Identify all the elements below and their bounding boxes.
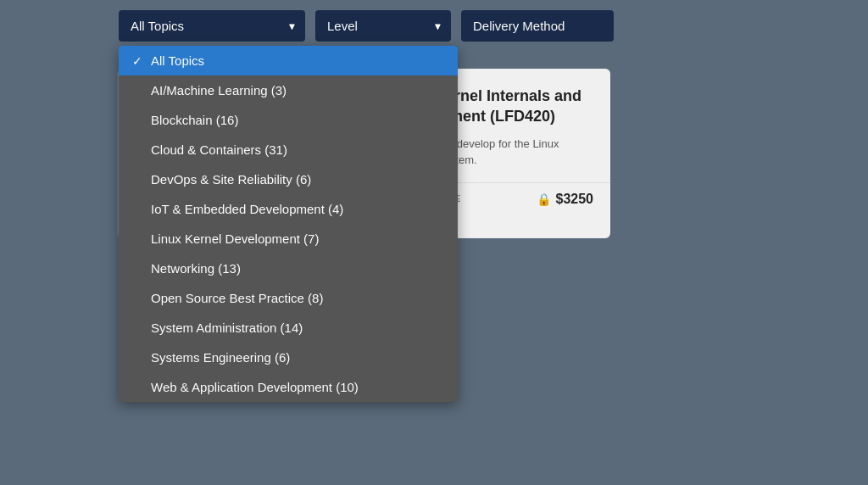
dropdown-item-label-3: Cloud & Containers (31) bbox=[151, 142, 287, 157]
dropdown-item-8[interactable]: Open Source Best Practice (8) bbox=[119, 283, 458, 313]
filter-bar: All Topics ▼ Level ▼ Delivery Method bbox=[0, 0, 868, 52]
level-label: Level bbox=[327, 19, 358, 33]
lock-icon: 🔒 bbox=[537, 192, 551, 206]
topics-chevron-icon: ▼ bbox=[287, 21, 297, 31]
dropdown-item-2[interactable]: Blockchain (16) bbox=[119, 105, 458, 135]
level-select[interactable]: Level ▼ bbox=[315, 10, 451, 42]
delivery-method-button[interactable]: Delivery Method bbox=[461, 10, 614, 42]
dropdown-item-3[interactable]: Cloud & Containers (31) bbox=[119, 135, 458, 164]
topics-select-wrapper[interactable]: All Topics ▼ bbox=[119, 10, 305, 42]
dropdown-item-11[interactable]: Web & Application Development (10) bbox=[119, 372, 458, 402]
topics-selected-label: All Topics bbox=[131, 19, 184, 33]
dropdown-item-label-1: AI/Machine Learning (3) bbox=[151, 83, 287, 98]
dropdown-item-6[interactable]: Linux Kernel Development (7) bbox=[119, 224, 458, 254]
topics-select[interactable]: All Topics ▼ bbox=[119, 10, 305, 42]
dropdown-item-label-5: IoT & Embedded Development (4) bbox=[151, 202, 343, 216]
card-2-price: 🔒 $3250 bbox=[537, 192, 594, 207]
dropdown-item-label-8: Open Source Best Practice (8) bbox=[151, 291, 323, 305]
checkmark-icon: ✓ bbox=[132, 54, 146, 68]
topics-dropdown: ✓All TopicsAI/Machine Learning (3)Blockc… bbox=[119, 46, 458, 402]
dropdown-item-label-4: DevOps & Site Reliability (6) bbox=[151, 172, 311, 187]
dropdown-item-7[interactable]: Networking (13) bbox=[119, 254, 458, 283]
dropdown-item-1[interactable]: AI/Machine Learning (3) bbox=[119, 75, 458, 105]
dropdown-item-label-11: Web & Application Development (10) bbox=[151, 380, 359, 394]
dropdown-item-9[interactable]: System Administration (14) bbox=[119, 313, 458, 343]
dropdown-item-label-10: Systems Engineering (6) bbox=[151, 350, 290, 365]
dropdown-item-label-2: Blockchain (16) bbox=[151, 113, 238, 127]
dropdown-item-label-6: Linux Kernel Development (7) bbox=[151, 231, 319, 246]
dropdown-item-4[interactable]: DevOps & Site Reliability (6) bbox=[119, 164, 458, 194]
level-chevron-icon: ▼ bbox=[433, 21, 442, 31]
dropdown-item-10[interactable]: Systems Engineering (6) bbox=[119, 343, 458, 372]
dropdown-item-5[interactable]: IoT & Embedded Development (4) bbox=[119, 194, 458, 224]
delivery-label: Delivery Method bbox=[473, 19, 565, 33]
dropdown-item-label-7: Networking (13) bbox=[151, 261, 241, 276]
dropdown-item-0[interactable]: ✓All Topics bbox=[119, 46, 458, 75]
level-select-wrapper[interactable]: Level ▼ bbox=[315, 10, 451, 42]
dropdown-item-label-0: All Topics bbox=[151, 53, 204, 68]
dropdown-item-label-9: System Administration (14) bbox=[151, 321, 303, 335]
